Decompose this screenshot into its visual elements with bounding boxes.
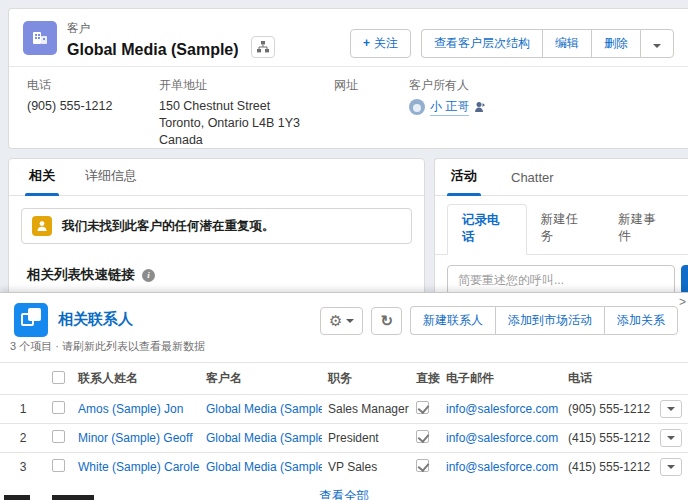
direct-checkbox [416,401,429,414]
more-actions-button[interactable] [640,29,674,58]
phone-label: 电话 [27,77,159,94]
row-actions-button[interactable] [660,429,682,447]
entity-label: 客户 [67,21,350,36]
contact-title: VP Sales [322,453,410,482]
duplicate-alert: 我们未找到此客户的任何潜在重复项。 [21,208,412,244]
follow-button[interactable]: +关注 [350,29,411,58]
hierarchy-icon-button[interactable] [251,36,275,58]
tab-details[interactable]: 详细信息 [85,167,137,195]
email-link[interactable]: info@salesforce.com [446,402,558,416]
contact-phone: (415) 555-1212 [562,424,654,453]
contact-phone: (905) 555-1212 [562,395,654,424]
email-link[interactable]: info@salesforce.com [446,460,558,474]
contact-name-link[interactable]: Amos (Sample) Jon [78,402,183,416]
change-owner-icon[interactable] [474,101,486,113]
tab-activity[interactable]: 活动 [451,167,477,195]
row-actions-button[interactable] [660,400,682,418]
col-email[interactable]: 电子邮件 [440,363,562,395]
panel-expand-chevron-icon[interactable]: > [679,295,686,309]
contact-name-link[interactable]: White (Sample) Carole [78,460,199,474]
row-number: 2 [0,424,46,453]
composer-tabs: 记录电话 新建任务 新建事件 [435,196,688,255]
related-contacts-title: 相关联系人 [58,310,320,329]
owner-link[interactable]: 小 正哥 [430,98,469,116]
owner-avatar [409,99,425,115]
tab-new-event[interactable]: 新建事件 [604,204,682,254]
chevron-down-icon [667,465,675,469]
account-owner-label: 客户所有人 [409,77,486,94]
phone-field: 电话 (905) 555-1212 [27,77,159,149]
account-name-link[interactable]: Global Media (Sample) [206,431,322,445]
table-header-row: 联系人姓名 客户名 职务 直接 电子邮件 电话 [0,363,688,395]
hierarchy-icon [257,41,269,53]
add-relationship-button[interactable]: 添加关系 [604,306,678,335]
highlights-panel: 电话 (905) 555-1212 开单地址 150 Chestnut Stre… [9,67,688,149]
account-name-link[interactable]: Global Media (Sample) [206,402,322,416]
account-name-link[interactable]: Global Media (Sample) [206,460,322,474]
table-row: 1 Amos (Sample) Jon Global Media (Sample… [0,395,688,424]
delete-button[interactable]: 删除 [591,29,640,58]
edit-button[interactable]: 编辑 [542,29,591,58]
contact-name-link[interactable]: Minor (Sample) Geoff [78,431,193,445]
record-tabs: 相关 详细信息 [9,159,424,196]
call-subject-input[interactable] [447,265,675,295]
refresh-button[interactable] [371,307,402,335]
quick-links-title-row: 相关列表快速链接 i [9,256,424,288]
billing-address-line2: Toronto, Ontario L4B 1Y3 [159,115,334,132]
record-actions: +关注 查看客户层次结构 编辑 删除 [350,29,674,58]
billing-address-line3: Canada [159,132,334,149]
row-checkbox[interactable] [52,401,65,414]
app-frame: 客户 Global Media (Sample) +关注 查看客户层次结构 编辑 [0,0,688,500]
row-number: 3 [0,453,46,482]
record-header-row: 客户 Global Media (Sample) +关注 查看客户层次结构 编辑 [9,9,688,67]
related-contacts-subtitle: 3 个项目 · 请刷新此列表以查看最新数据 [0,337,688,362]
tab-related[interactable]: 相关 [29,167,55,195]
billing-address-line1: 150 Chestnut Street [159,98,334,115]
col-contact-name[interactable]: 联系人姓名 [72,363,200,395]
page-title: Global Media (Sample) [67,41,239,59]
related-contacts-panel: > 相关联系人 新建联系人 添加到市场活动 添加关系 3 个项目 · 请刷新此列… [0,292,688,500]
row-number-header [0,363,46,395]
list-settings-button[interactable] [320,307,363,335]
plus-icon: + [363,36,370,50]
add-to-campaign-button[interactable]: 添加到市场活动 [495,306,604,335]
tab-log-a-call[interactable]: 记录电话 [447,204,527,255]
select-all-checkbox[interactable] [52,371,65,384]
view-all-link[interactable]: 查看全部 [319,489,369,500]
table-row: 2 Minor (Sample) Geoff Global Media (Sam… [0,424,688,453]
duplicate-alert-icon [32,216,52,236]
chevron-down-icon [667,436,675,440]
cutoff-bottom-glyphs [0,494,120,500]
record-header-card: 客户 Global Media (Sample) +关注 查看客户层次结构 编辑 [8,8,688,149]
table-row: 3 White (Sample) Carole Global Media (Sa… [0,453,688,482]
add-call-button[interactable]: 添加 [681,265,688,295]
row-number: 1 [0,395,46,424]
phone-value: (905) 555-1212 [27,99,112,113]
tab-chatter[interactable]: Chatter [511,170,554,195]
row-checkbox[interactable] [52,430,65,443]
email-link[interactable]: info@salesforce.com [446,431,558,445]
row-checkbox[interactable] [52,459,65,472]
billing-address-field: 开单地址 150 Chestnut Street Toronto, Ontari… [159,77,334,149]
chevron-down-icon [653,44,661,48]
col-title[interactable]: 职务 [322,363,410,395]
gear-icon [329,312,342,330]
quick-links-title: 相关列表快速链接 [27,266,135,284]
tab-new-task[interactable]: 新建任务 [527,204,605,254]
contact-phone: (415) 555-1212 [562,453,654,482]
account-icon [23,21,57,55]
col-phone[interactable]: 电话 [562,363,654,395]
related-contacts-table: 联系人姓名 客户名 职务 直接 电子邮件 电话 1 Amos (Sample) … [0,362,688,481]
new-contact-button[interactable]: 新建联系人 [410,306,495,335]
col-direct[interactable]: 直接 [410,363,440,395]
building-glyph [31,29,49,47]
contact-title: President [322,424,410,453]
billing-address-label: 开单地址 [159,77,334,94]
info-icon[interactable]: i [142,269,155,282]
row-actions-button[interactable] [660,458,682,476]
related-contacts-icon [14,303,48,337]
col-account-name[interactable]: 客户名 [200,363,322,395]
view-account-hierarchy-button[interactable]: 查看客户层次结构 [421,29,542,58]
col-actions [654,363,688,395]
record-title-block: 客户 Global Media (Sample) [67,21,350,59]
